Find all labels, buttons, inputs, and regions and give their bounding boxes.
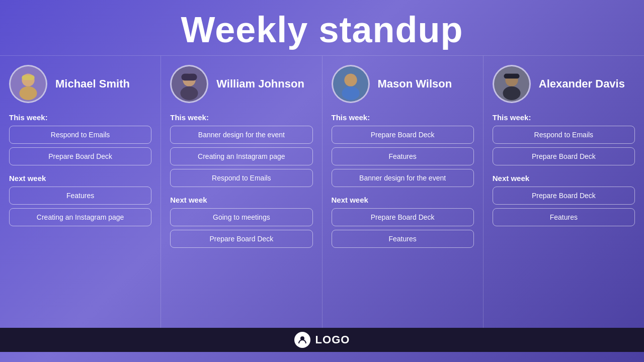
person-name-william: William Johnson bbox=[216, 77, 304, 90]
this-week-label-mason: This week: bbox=[332, 113, 474, 122]
logo-text: LOGO bbox=[315, 333, 350, 346]
svg-rect-14 bbox=[504, 74, 519, 79]
next-week-task-michael-0[interactable]: Features bbox=[9, 187, 151, 205]
this-week-task-william-0[interactable]: Banner design for the event bbox=[170, 126, 312, 144]
person-name-michael: Michael Smith bbox=[55, 77, 130, 90]
footer: LOGO bbox=[0, 328, 644, 352]
next-week-task-alexander-1[interactable]: Features bbox=[493, 208, 635, 226]
next-week-label-alexander: Next week bbox=[493, 174, 635, 183]
avatar-william bbox=[170, 65, 208, 103]
next-week-label-michael: Next week bbox=[9, 174, 151, 183]
column-william: William JohnsonThis week:Banner design f… bbox=[161, 56, 322, 328]
this-week-label-alexander: This week: bbox=[493, 113, 635, 122]
svg-point-2 bbox=[20, 86, 37, 100]
logo-icon bbox=[294, 332, 310, 348]
svg-point-9 bbox=[344, 74, 357, 86]
this-week-task-michael-0[interactable]: Respond to Emails bbox=[9, 126, 151, 144]
svg-point-13 bbox=[503, 86, 520, 100]
person-name-mason: Mason Wilson bbox=[378, 77, 452, 90]
next-week-task-william-1[interactable]: Prepare Board Deck bbox=[170, 230, 312, 248]
column-michael: Michael SmithThis week:Respond to Emails… bbox=[0, 56, 161, 328]
next-week-task-mason-0[interactable]: Prepare Board Deck bbox=[332, 208, 474, 226]
avatar-mason bbox=[332, 65, 370, 103]
avatar-michael bbox=[9, 65, 47, 103]
this-week-task-mason-2[interactable]: Banner design for the event bbox=[332, 169, 474, 187]
this-week-task-michael-1[interactable]: Prepare Board Deck bbox=[9, 147, 151, 165]
next-week-task-michael-1[interactable]: Creating an Instagram page bbox=[9, 208, 151, 226]
svg-rect-7 bbox=[182, 74, 197, 81]
svg-rect-3 bbox=[22, 75, 34, 80]
this-week-task-william-2[interactable]: Respond to Emails bbox=[170, 169, 312, 187]
svg-point-10 bbox=[342, 86, 359, 100]
next-week-label-william: Next week bbox=[170, 196, 312, 204]
next-week-task-william-0[interactable]: Going to meetings bbox=[170, 208, 312, 226]
svg-point-6 bbox=[181, 86, 198, 100]
this-week-task-alexander-0[interactable]: Respond to Emails bbox=[493, 126, 635, 144]
avatar-alexander bbox=[493, 65, 531, 103]
this-week-task-william-1[interactable]: Creating an Instagram page bbox=[170, 147, 312, 165]
person-name-alexander: Alexander Davis bbox=[539, 77, 625, 90]
person-header-michael: Michael Smith bbox=[9, 65, 151, 103]
this-week-label-william: This week: bbox=[170, 113, 312, 122]
person-header-alexander: Alexander Davis bbox=[493, 65, 635, 103]
this-week-task-alexander-1[interactable]: Prepare Board Deck bbox=[493, 147, 635, 165]
person-header-william: William Johnson bbox=[170, 65, 312, 103]
this-week-task-mason-0[interactable]: Prepare Board Deck bbox=[332, 126, 474, 144]
this-week-label-michael: This week: bbox=[9, 113, 151, 122]
page-title: Weekly standup bbox=[0, 0, 644, 55]
person-header-mason: Mason Wilson bbox=[332, 65, 474, 103]
next-week-label-mason: Next week bbox=[332, 196, 474, 204]
next-week-task-mason-1[interactable]: Features bbox=[332, 230, 474, 248]
column-alexander: Alexander DavisThis week:Respond to Emai… bbox=[484, 56, 644, 328]
columns-container: Michael SmithThis week:Respond to Emails… bbox=[0, 55, 644, 328]
next-week-task-alexander-0[interactable]: Prepare Board Deck bbox=[493, 187, 635, 205]
column-mason: Mason WilsonThis week:Prepare Board Deck… bbox=[323, 56, 484, 328]
this-week-task-mason-1[interactable]: Features bbox=[332, 147, 474, 165]
